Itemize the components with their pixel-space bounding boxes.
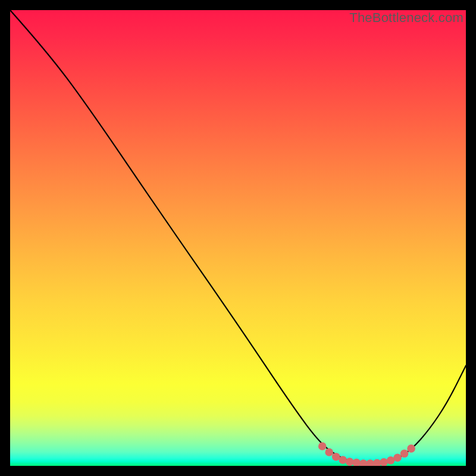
highlight-dot [380,458,388,466]
highlight-dot [359,459,368,466]
plot-area: TheBottleneck.com [10,10,466,466]
highlight-dot [346,458,354,466]
chart-frame: TheBottleneck.com [0,0,476,476]
highlight-dot [318,442,327,450]
highlight-dot [407,444,415,453]
bottleneck-curve-path [10,10,466,464]
highlight-dot [339,456,347,464]
highlight-dot [393,453,402,462]
highlight-dot [352,459,361,466]
highlight-dot [325,448,333,456]
chart-svg [10,10,466,466]
highlight-dots-group [318,442,415,466]
highlight-dot [400,450,409,458]
